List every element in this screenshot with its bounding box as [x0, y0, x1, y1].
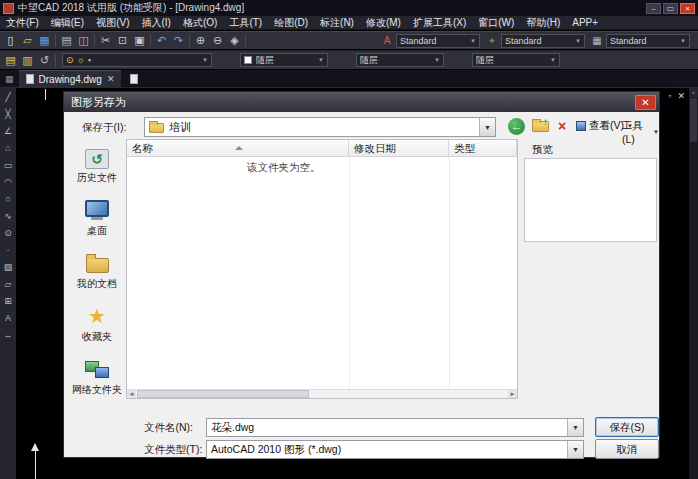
rectangle-icon[interactable]: ▭ [2, 159, 15, 172]
tools-menu-button[interactable]: 工具(L) ▼ [622, 119, 659, 145]
region-icon[interactable]: ▱ [2, 278, 15, 291]
dim-style-icon[interactable]: ⌖ [486, 35, 498, 47]
chevron-down-icon: ▼ [680, 38, 686, 44]
folder-combo[interactable]: 培训 ▼ [144, 117, 496, 137]
save-file-icon[interactable]: ▦ [36, 33, 53, 48]
chevron-down-icon[interactable]: ▼ [567, 419, 583, 436]
move-icon[interactable]: ↔ [2, 329, 15, 342]
table-style-icon[interactable]: ▦ [591, 35, 603, 46]
document-tab-bar: ▦ Drawing4.dwg ✕ [0, 70, 698, 88]
tab-drawing4[interactable]: Drawing4.dwg ✕ [19, 70, 122, 88]
bylayer-combo-3[interactable]: 随层▼ [472, 53, 560, 67]
menu-item-8[interactable]: 标注(N) [314, 16, 360, 30]
sun-icon[interactable]: ☼ [77, 55, 85, 65]
layer-previous-icon[interactable]: ↺ [36, 53, 53, 68]
zoom-out-icon[interactable]: ⊖ [209, 33, 226, 48]
file-type-combo[interactable]: AutoCAD 2010 图形 (*.dwg) ▼ [206, 440, 584, 459]
place-network[interactable]: 网络文件夹 [72, 357, 122, 397]
vertical-scrollbar[interactable]: ▴ [689, 88, 698, 479]
scroll-right-icon[interactable]: ► [508, 390, 517, 398]
copy-icon[interactable]: ⊡ [114, 33, 131, 48]
line-icon[interactable]: ╱ [2, 91, 15, 104]
table-icon[interactable]: ⊞ [2, 295, 15, 308]
hatch-icon[interactable]: ▨ [2, 261, 15, 274]
column-header-3[interactable]: 类型 [449, 140, 517, 156]
delete-icon[interactable]: × [558, 118, 566, 134]
menu-item-12[interactable]: 帮助(H) [520, 16, 566, 30]
menu-item-13[interactable]: APP+ [566, 16, 604, 30]
menu-item-4[interactable]: 插入(I) [135, 16, 176, 30]
doc-close-icon[interactable]: ✕ [677, 91, 685, 101]
polyline-icon[interactable]: ∠ [2, 125, 15, 138]
redo-icon[interactable]: ↷ [170, 33, 187, 48]
menu-item-7[interactable]: 绘图(D) [268, 16, 314, 30]
chevron-down-icon[interactable]: ▼ [479, 118, 495, 136]
pan-icon[interactable]: ◈ [226, 33, 243, 48]
place-documents[interactable]: 我的文档 [77, 251, 117, 291]
bylayer-combo-1[interactable]: 随层▼ [240, 53, 328, 67]
tab-close-icon[interactable]: ✕ [107, 74, 115, 84]
lock-icon[interactable]: ▪ [88, 55, 91, 65]
polygon-icon[interactable]: ⌂ [2, 142, 15, 155]
scrollbar-thumb[interactable] [137, 390, 309, 398]
file-name-input[interactable] [207, 422, 567, 434]
dialog-title-bar[interactable]: 图形另存为 ✕ [64, 92, 659, 112]
place-desktop[interactable]: 桌面 [82, 198, 112, 238]
open-file-icon[interactable]: ▱ [19, 33, 36, 48]
layer-combo[interactable]: ⊙☼▪ ▼ [62, 53, 212, 67]
scroll-left-icon[interactable]: ◄ [127, 390, 136, 398]
table-style-combo[interactable]: Standard▼ [606, 34, 690, 48]
back-icon[interactable]: ← [508, 118, 525, 135]
menu-item-1[interactable]: 文件(F) [0, 16, 45, 30]
bylayer-combo-2[interactable]: 随层▼ [356, 53, 444, 67]
cut-icon[interactable]: ✂ [97, 33, 114, 48]
new-file-icon[interactable]: ▯ [2, 33, 19, 48]
chevron-down-icon[interactable]: ▼ [567, 441, 583, 458]
minimize-icon[interactable]: – [646, 3, 661, 14]
tab-menu-icon[interactable]: ▦ [5, 74, 14, 84]
column-header-1[interactable]: 名称 [127, 140, 349, 156]
scroll-up-icon[interactable]: ▴ [689, 88, 698, 97]
plot-icon[interactable]: ▤ [58, 33, 75, 48]
list-body[interactable]: 该文件夹为空。 [127, 157, 517, 389]
place-history[interactable]: 历史文件 [77, 149, 117, 185]
point-icon[interactable]: · [2, 244, 15, 257]
menu-item-10[interactable]: 扩展工具(X) [407, 16, 472, 30]
undo-icon[interactable]: ↶ [153, 33, 170, 48]
scrollbar-thumb[interactable] [690, 98, 697, 142]
new-drawing-icon[interactable] [130, 74, 138, 84]
ellipse-icon[interactable]: ⊙ [2, 227, 15, 240]
revision-cloud-icon[interactable]: ∿ [2, 210, 15, 223]
layer-states-icon[interactable]: ▥ [19, 53, 36, 68]
column-header-2[interactable]: 修改日期 [349, 140, 449, 156]
menu-item-2[interactable]: 编辑(E) [45, 16, 90, 30]
dim-style-combo[interactable]: Standard▼ [501, 34, 585, 48]
menu-item-9[interactable]: 修改(M) [360, 16, 407, 30]
menu-item-11[interactable]: 窗口(W) [472, 16, 520, 30]
preview-label: 预览 [532, 143, 553, 157]
menu-item-5[interactable]: 格式(O) [177, 16, 223, 30]
dialog-close-icon[interactable]: ✕ [635, 95, 656, 110]
close-icon[interactable]: × [680, 3, 695, 14]
save-button[interactable]: 保存(S) [595, 417, 659, 437]
layer-properties-icon[interactable]: ▤ [2, 53, 19, 68]
cancel-button[interactable]: 取消 [595, 439, 659, 459]
paste-icon[interactable]: ▣ [131, 33, 148, 48]
text-style-combo[interactable]: Standard▼ [396, 34, 480, 48]
zoom-in-icon[interactable]: ⊕ [192, 33, 209, 48]
menu-item-6[interactable]: 工具(T) [223, 16, 268, 30]
horizontal-scrollbar[interactable]: ◄ ► [127, 389, 517, 398]
text-style-icon[interactable]: A [381, 35, 393, 46]
construction-line-icon[interactable]: ╳ [2, 108, 15, 121]
menu-item-3[interactable]: 视图(V) [90, 16, 135, 30]
circle-icon[interactable]: ○ [2, 193, 15, 206]
arc-icon[interactable]: ◠ [2, 176, 15, 189]
text-icon[interactable]: A [2, 312, 15, 325]
plot-preview-icon[interactable]: ◫ [75, 33, 92, 48]
maximize-icon[interactable]: ▭ [663, 3, 678, 14]
up-one-level-icon[interactable] [532, 121, 549, 132]
doc-restore-icon[interactable]: ▫ [668, 91, 671, 101]
draw-toolbar: ╱╳∠⌂▭◠○∿⊙·▨▱⊞A↔ [0, 88, 16, 479]
place-favorites[interactable]: 收藏夹 [82, 304, 112, 344]
bulb-icon[interactable]: ⊙ [66, 55, 74, 65]
